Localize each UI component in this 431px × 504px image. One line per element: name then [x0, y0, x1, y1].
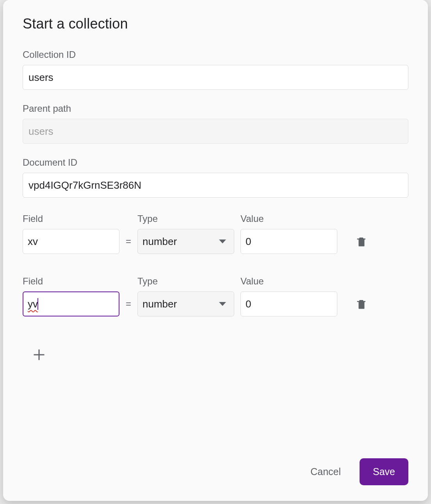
document-id-input[interactable] [23, 173, 408, 198]
field-type-select-1[interactable]: number [137, 291, 234, 316]
type-header-1: Type [137, 276, 234, 287]
field-row: = number [23, 229, 408, 254]
chevron-down-icon [219, 302, 226, 306]
field-type-select-1-value: number [142, 298, 177, 310]
field-name-input-1[interactable]: yv [23, 291, 119, 316]
field-value-input-0[interactable] [240, 229, 337, 254]
field-row-0-section: Field Type Value = number [23, 213, 408, 273]
collection-id-label: Collection ID [23, 49, 408, 60]
field-type-select-0[interactable]: number [137, 229, 234, 254]
equals-sign: = [119, 298, 137, 309]
trash-icon [356, 234, 367, 248]
field-header-1: Field [23, 276, 119, 287]
dialog-title: Start a collection [23, 16, 408, 32]
save-button[interactable]: Save [360, 458, 408, 485]
type-header-0: Type [137, 213, 234, 224]
value-header-1: Value [240, 276, 337, 287]
chevron-down-icon [219, 239, 226, 243]
field-row: yv = number [23, 291, 408, 316]
collection-id-input[interactable] [23, 65, 408, 90]
delete-field-button-1[interactable] [353, 295, 370, 313]
field-row-1-labels: Field Type Value [23, 276, 408, 287]
document-id-label: Document ID [23, 157, 408, 168]
text-cursor [37, 298, 38, 310]
value-header-0: Value [240, 213, 337, 224]
collection-id-group: Collection ID [23, 49, 408, 90]
delete-field-button-0[interactable] [353, 233, 370, 250]
equals-sign: = [119, 236, 137, 247]
plus-icon [32, 348, 46, 362]
field-name-input-1-text: yv [28, 298, 38, 310]
field-header-0: Field [23, 213, 119, 224]
field-name-input-0[interactable] [23, 229, 119, 254]
field-type-select-0-value: number [142, 236, 177, 248]
field-row-1-section: Field Type Value yv = number [23, 276, 408, 336]
parent-path-input [23, 119, 408, 144]
add-field-button[interactable] [28, 344, 50, 366]
field-row-0-labels: Field Type Value [23, 213, 408, 224]
trash-icon [356, 297, 367, 311]
field-value-input-1[interactable] [240, 291, 337, 316]
parent-path-group: Parent path [23, 103, 408, 144]
cancel-button[interactable]: Cancel [307, 462, 344, 481]
document-id-group: Document ID [23, 157, 408, 198]
dialog-footer: Cancel Save [23, 450, 408, 485]
start-collection-dialog: Start a collection Collection ID Parent … [3, 0, 428, 501]
parent-path-label: Parent path [23, 103, 408, 114]
